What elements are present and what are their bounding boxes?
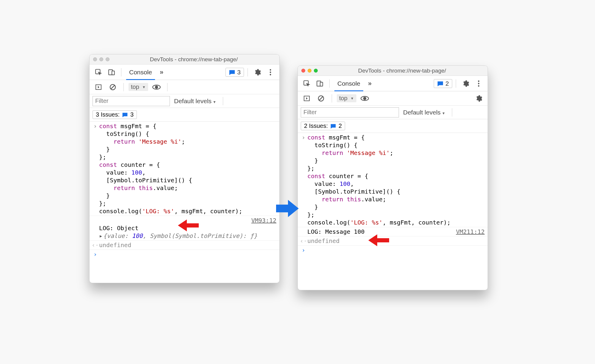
context-label: top <box>339 95 347 102</box>
prompt-row[interactable]: › <box>298 246 488 255</box>
zoom-icon[interactable] <box>314 69 318 73</box>
levels-label: Default levels <box>403 109 441 116</box>
device-toggle-icon[interactable] <box>106 66 118 78</box>
source-link[interactable]: VM93:12 <box>251 216 276 224</box>
traffic-lights <box>301 69 318 73</box>
return-icon: ‹· <box>300 237 307 245</box>
levels-selector[interactable]: Default levels <box>174 98 216 105</box>
issues-label: 3 Issues: <box>96 111 120 118</box>
svg-point-3 <box>270 69 271 70</box>
svg-point-4 <box>270 71 271 73</box>
tab-console[interactable]: Console <box>125 65 156 80</box>
tab-label: Console <box>337 80 360 87</box>
issues-button[interactable]: 3 <box>226 68 244 77</box>
issues-badge: 3 <box>130 111 134 118</box>
issues-button[interactable]: 2 <box>434 79 452 88</box>
prompt-icon: › <box>300 246 307 254</box>
kebab-icon[interactable] <box>264 66 276 78</box>
filter-input[interactable] <box>301 107 399 117</box>
code-block: const msgFmt = { toString() { return 'Me… <box>307 134 486 226</box>
console-toolbar: top <box>90 80 279 94</box>
chevron-right-icon: › <box>300 134 307 226</box>
tab-console[interactable]: Console <box>333 76 364 91</box>
separator <box>332 94 332 103</box>
levels-label: Default levels <box>174 98 212 104</box>
live-expression-icon[interactable] <box>359 92 371 104</box>
settings-icon[interactable] <box>473 92 485 104</box>
separator <box>167 83 167 91</box>
filter-bar: Default levels <box>90 94 279 108</box>
issues-row: 2 Issues: 2 <box>298 119 488 133</box>
inspect-icon[interactable] <box>93 66 104 78</box>
context-selector[interactable]: top <box>129 83 148 91</box>
filter-input[interactable] <box>93 96 170 106</box>
prompt-icon: › <box>91 250 99 258</box>
sidebar-toggle-icon[interactable] <box>301 92 313 104</box>
issues-count: 3 <box>237 69 241 76</box>
context-label: top <box>131 84 139 90</box>
svg-point-5 <box>270 74 271 75</box>
issues-label: 2 Issues: <box>304 123 328 129</box>
clear-console-icon[interactable] <box>107 81 119 93</box>
code-block: const msgFmt = { toString() { return 'Me… <box>99 122 278 215</box>
console-input-row[interactable]: › const msgFmt = { toString() { return '… <box>90 122 279 216</box>
issues-box[interactable]: 2 Issues: 2 <box>301 122 345 130</box>
return-row: ‹· undefined <box>298 236 488 246</box>
levels-selector[interactable]: Default levels <box>403 109 445 116</box>
return-icon: ‹· <box>91 241 99 249</box>
inspect-icon[interactable] <box>301 78 313 90</box>
separator <box>123 83 124 91</box>
issues-box[interactable]: 3 Issues: 3 <box>93 110 137 119</box>
kebab-icon[interactable] <box>473 78 485 90</box>
device-toggle-icon[interactable] <box>314 78 326 90</box>
highlight-arrow-icon <box>178 219 199 231</box>
window-title: DevTools - chrome://new-tab-page/ <box>320 68 484 74</box>
context-selector[interactable]: top <box>337 94 356 102</box>
separator <box>452 108 452 117</box>
zoom-icon[interactable] <box>106 57 109 61</box>
minimize-icon[interactable] <box>99 57 103 61</box>
console-input-row[interactable]: › const msgFmt = { toString() { return '… <box>298 133 488 227</box>
highlight-arrow-icon <box>368 234 389 246</box>
log-output-row[interactable]: LOG: Message 100 VM211:12 <box>298 227 488 236</box>
prompt-row[interactable]: › <box>90 250 279 259</box>
separator <box>329 79 330 88</box>
minimize-icon[interactable] <box>308 69 311 73</box>
separator <box>223 97 223 105</box>
console-toolbar: top <box>298 91 488 106</box>
sidebar-toggle-icon[interactable] <box>93 81 104 93</box>
window-title: DevTools - chrome://new-tab-page/ <box>112 56 276 63</box>
undefined-value: undefined <box>307 237 486 245</box>
return-row: ‹· undefined <box>90 241 279 250</box>
console-output: › const msgFmt = { toString() { return '… <box>298 133 488 290</box>
more-tabs-icon[interactable]: » <box>160 68 163 76</box>
undefined-value: undefined <box>99 241 278 249</box>
separator <box>121 68 121 76</box>
clear-console-icon[interactable] <box>315 92 327 104</box>
more-tabs-icon[interactable]: » <box>368 80 372 87</box>
titlebar: DevTools - chrome://new-tab-page/ <box>298 66 488 76</box>
tab-label: Console <box>129 69 152 76</box>
svg-line-19 <box>319 96 323 101</box>
issues-badge: 2 <box>339 123 342 129</box>
devtools-window-after: DevTools - chrome://new-tab-page/ Consol… <box>298 65 488 290</box>
issues-count: 2 <box>445 80 449 87</box>
svg-point-14 <box>478 80 480 82</box>
svg-line-8 <box>111 85 115 89</box>
transition-arrow-icon <box>276 200 299 217</box>
svg-point-21 <box>363 97 366 100</box>
svg-point-16 <box>478 85 480 87</box>
settings-icon[interactable] <box>460 78 472 90</box>
separator <box>248 68 248 76</box>
live-expression-icon[interactable] <box>151 81 162 93</box>
close-icon[interactable] <box>301 69 305 73</box>
close-icon[interactable] <box>93 57 97 61</box>
svg-point-15 <box>478 83 480 84</box>
settings-icon[interactable] <box>251 66 263 78</box>
traffic-lights <box>93 57 109 61</box>
titlebar: DevTools - chrome://new-tab-page/ <box>90 54 279 65</box>
svg-rect-13 <box>320 82 323 86</box>
devtools-window-before: DevTools - chrome://new-tab-page/ Consol… <box>89 54 280 283</box>
source-link[interactable]: VM211:12 <box>456 228 485 236</box>
svg-rect-2 <box>112 71 115 75</box>
